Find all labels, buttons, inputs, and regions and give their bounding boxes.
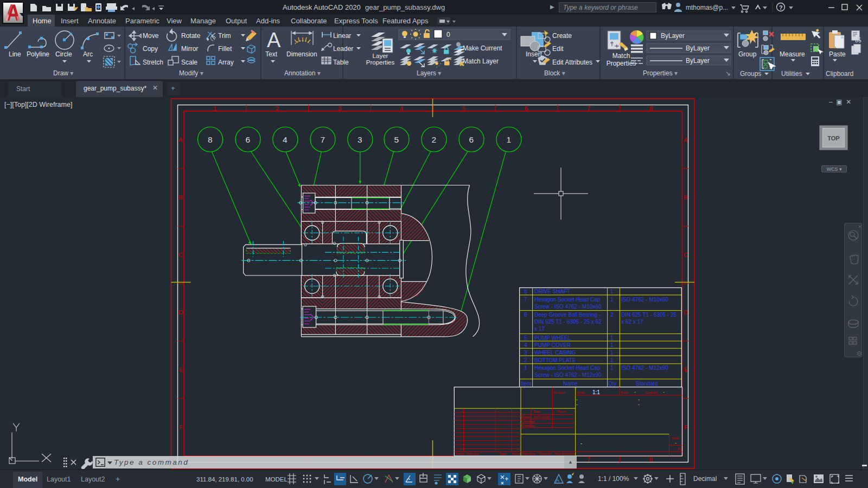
svg-text:Arc: Arc <box>83 50 93 58</box>
svg-text:1: 1 <box>507 135 512 144</box>
svg-text:Fillet: Fillet <box>218 45 232 53</box>
svg-text:Polyline: Polyline <box>27 50 49 58</box>
svg-text:ISO 4762 - M10x60: ISO 4762 - M10x60 <box>621 297 668 303</box>
svg-text:D: D <box>178 309 183 316</box>
svg-text:1: 1 <box>610 357 614 363</box>
svg-text:Measure: Measure <box>780 50 805 58</box>
svg-text:Changes: Changes <box>465 452 478 455</box>
svg-text:Standard: Standard <box>521 424 534 427</box>
svg-text:Dwg/Ver: Dwg/Ver <box>539 452 552 455</box>
svg-text:Deep Groove Ball Bearing -: Deep Groove Ball Bearing - <box>534 312 601 318</box>
svg-text:Hexagon Socket Head Cap: Hexagon Socket Head Cap <box>534 365 601 371</box>
svg-text:Make Current: Make Current <box>463 44 502 52</box>
svg-text:Text: Text <box>265 50 278 58</box>
svg-text:1: 1 <box>610 365 614 371</box>
svg-text:Quantity: Quantity <box>646 391 658 394</box>
svg-text:A: A <box>684 137 688 143</box>
svg-text:Edit: Edit <box>552 45 564 53</box>
svg-text:6: 6 <box>246 135 251 144</box>
svg-text:Leader: Leader <box>333 45 353 53</box>
svg-text:Decimal: Decimal <box>693 475 717 483</box>
svg-text:mthomas@p...: mthomas@p... <box>686 4 728 11</box>
svg-text:1: 1 <box>524 365 527 371</box>
svg-text:2: 2 <box>276 105 279 112</box>
svg-text:F: F <box>684 424 688 431</box>
svg-text:Checked: Checked <box>521 420 534 423</box>
svg-text:Name: Name <box>512 452 521 455</box>
svg-text:Surface: Surface <box>554 391 565 394</box>
svg-text:WHEEL CASING: WHEEL CASING <box>534 350 576 356</box>
svg-text:7: 7 <box>524 297 527 303</box>
svg-text:7: 7 <box>321 135 326 144</box>
svg-text:-: - <box>638 402 640 407</box>
svg-text:ByLayer: ByLayer <box>686 44 710 52</box>
svg-text:4: 4 <box>400 105 403 112</box>
svg-text:Line: Line <box>9 50 21 58</box>
svg-text:Rotate: Rotate <box>181 32 201 40</box>
svg-text:Match Layer: Match Layer <box>463 57 499 65</box>
svg-text:-: - <box>675 440 676 446</box>
svg-text:Linear: Linear <box>333 32 351 40</box>
svg-text:Circle: Circle <box>55 50 72 58</box>
svg-text:Mirror: Mirror <box>181 45 198 53</box>
svg-text:ISO 4762 - M12x90: ISO 4762 - M12x90 <box>621 365 668 371</box>
svg-text:Page: Page <box>672 436 680 440</box>
svg-text:3: 3 <box>524 350 527 356</box>
svg-text:ByLayer: ByLayer <box>661 32 685 40</box>
svg-text:?: ? <box>779 4 783 11</box>
svg-text:2: 2 <box>432 135 437 144</box>
svg-text:1: 1 <box>610 350 614 356</box>
svg-text:Table: Table <box>333 59 349 66</box>
svg-text:PUMP COVER: PUMP COVER <box>534 342 571 348</box>
svg-text:1: 1 <box>213 105 216 112</box>
svg-text:x 62 x 17: x 62 x 17 <box>621 319 643 325</box>
svg-text:5: 5 <box>524 335 527 341</box>
svg-text:Stand: Stand <box>455 452 464 455</box>
svg-text:Groups: Groups <box>740 70 761 78</box>
svg-text:Scale: Scale <box>577 391 585 394</box>
svg-text:1: 1 <box>610 297 614 303</box>
svg-text:C: C <box>684 252 688 258</box>
svg-text:Qty: Qty <box>608 381 617 387</box>
svg-text:2: 2 <box>524 357 527 363</box>
svg-text:Paste: Paste <box>829 50 846 58</box>
svg-text:F: F <box>179 424 183 431</box>
svg-text:A: A <box>178 137 183 143</box>
svg-text:1: 1 <box>610 288 614 294</box>
svg-text:Dimension: Dimension <box>286 50 317 58</box>
svg-text:Pg: Pg <box>678 447 681 451</box>
svg-text:8: 8 <box>524 288 527 294</box>
svg-text:Utilities: Utilities <box>781 70 802 78</box>
svg-text:Group: Group <box>738 50 757 58</box>
svg-text:Move: Move <box>143 32 159 40</box>
svg-text:DRIVE SHAFT: DRIVE SHAFT <box>534 288 570 294</box>
svg-text:A: A <box>556 478 559 483</box>
svg-text:6: 6 <box>469 135 474 144</box>
svg-text:Edit Attributes: Edit Attributes <box>552 59 592 66</box>
svg-text:2: 2 <box>610 312 614 318</box>
svg-text:Standard: Standard <box>636 381 658 387</box>
svg-text:C: C <box>178 252 183 258</box>
svg-text:Date: Date <box>500 452 507 455</box>
svg-text:Name: Name <box>563 381 578 387</box>
svg-text:Scale: Scale <box>181 59 197 66</box>
svg-text:Ratio: Ratio <box>621 391 629 394</box>
svg-text:Insert: Insert <box>526 50 542 58</box>
svg-text:5: 5 <box>394 135 399 144</box>
svg-text:Name: Name <box>557 410 566 413</box>
svg-text:Create: Create <box>552 32 572 40</box>
svg-text:Rep Schedule: Rep Schedule <box>554 452 575 455</box>
svg-text:02/21/2005: 02/21/2005 <box>534 415 551 419</box>
svg-text:Screw - ISO 4762 - M12x90: Screw - ISO 4762 - M12x90 <box>534 372 602 378</box>
svg-text:A: A <box>267 29 281 52</box>
svg-text:7: 7 <box>587 105 590 112</box>
svg-text:Drawn: Drawn <box>521 415 531 419</box>
svg-text:6: 6 <box>525 105 528 112</box>
svg-text:Item: Item <box>521 381 531 387</box>
svg-text:Stretch: Stretch <box>143 59 163 66</box>
svg-text:1: 1 <box>610 335 614 341</box>
svg-text:B: B <box>684 194 687 201</box>
svg-text:-: - <box>576 402 578 407</box>
svg-text:8: 8 <box>649 105 653 112</box>
svg-text:Filename: Filename <box>522 452 535 455</box>
